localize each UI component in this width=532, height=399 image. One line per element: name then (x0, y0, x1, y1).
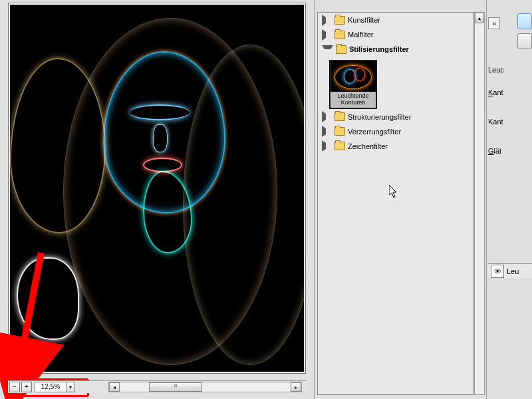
chevron-left-icon: ◂ (113, 384, 116, 390)
scroll-thumb[interactable] (149, 382, 202, 392)
param-edge-brightness-label: Kant (488, 113, 532, 130)
filter-thumbnails: Leuchtende Konturen (318, 57, 473, 110)
filter-name-label: Leuc (488, 61, 532, 78)
scroll-left-button[interactable]: ◂ (109, 382, 120, 392)
zoom-in-button[interactable]: + (21, 382, 32, 392)
category-label: Malfilter (348, 31, 374, 39)
param-edge-width-label: Kant (488, 84, 532, 101)
chevron-up-icon: ▴ (478, 15, 481, 21)
eye-icon: 👁 (494, 267, 501, 275)
scroll-up-button[interactable]: ▴ (475, 13, 484, 23)
chevron-down-icon: ▾ (69, 384, 72, 390)
category-label: Zeichenfilter (348, 142, 388, 150)
zoom-value[interactable]: 12,5% (35, 382, 66, 392)
disclosure-closed-icon (322, 126, 332, 137)
category-verzerrungsfilter[interactable]: Verzerrungsfilter (318, 124, 473, 139)
filter-thumb-label: Leuchtende Konturen (331, 92, 376, 108)
category-zeichenfilter[interactable]: Zeichenfilter (318, 139, 473, 154)
preview-frame (8, 3, 306, 374)
category-stilisierungsfilter[interactable]: Stilisierungsfilter (318, 42, 473, 57)
scroll-right-button[interactable]: ▸ (291, 382, 301, 392)
filter-tree: Kunstfilter Malfilter Stilisierungsfilte… (317, 12, 474, 395)
effect-layer-row[interactable]: 👁 Leu (488, 264, 532, 279)
zoom-out-button[interactable]: − (9, 382, 20, 392)
action-buttons (488, 13, 532, 49)
disclosure-closed-icon (322, 111, 332, 122)
filter-params: Leuc Kant Kant Glät (488, 61, 532, 160)
ok-button[interactable] (517, 13, 532, 29)
category-strukturierungsfilter[interactable]: Strukturierungsfilter (318, 110, 473, 124)
preview-panel: − + 12,5% ▾ ◂ ▸ (0, 0, 315, 399)
preview-canvas[interactable] (10, 5, 304, 372)
category-malfilter[interactable]: Malfilter (318, 27, 473, 42)
settings-panel: » Leuc Kant Kant Glät 👁 Leu (487, 0, 532, 399)
category-label: Strukturierungsfilter (348, 113, 411, 121)
zoom-dropdown-button[interactable]: ▾ (66, 382, 75, 392)
filter-tree-panel: Kunstfilter Malfilter Stilisierungsfilte… (315, 0, 487, 399)
zoom-bar: − + 12,5% ▾ ◂ ▸ (8, 380, 306, 393)
filter-gallery-window: − + 12,5% ▾ ◂ ▸ Kunstfilter Malfilter (0, 0, 532, 399)
svg-line-0 (17, 253, 41, 376)
effect-layer-label: Leu (507, 267, 519, 275)
disclosure-closed-icon (322, 140, 332, 152)
cancel-button[interactable] (517, 33, 532, 49)
preview-h-scrollbar[interactable]: ◂ ▸ (108, 382, 302, 392)
category-label: Stilisierungsfilter (349, 45, 409, 53)
folder-icon (334, 16, 345, 25)
folder-icon (334, 142, 345, 150)
category-label: Kunstfilter (348, 16, 380, 24)
param-smoothness-label: Glät (488, 142, 532, 160)
folder-icon (336, 45, 346, 54)
disclosure-closed-icon (322, 15, 332, 26)
disclosure-open-icon (322, 45, 333, 55)
folder-icon (334, 127, 345, 136)
plus-icon: + (25, 384, 29, 390)
category-kunstfilter[interactable]: Kunstfilter (318, 13, 473, 27)
filter-thumb-leuchtende-konturen[interactable]: Leuchtende Konturen (330, 61, 376, 108)
minus-icon: − (13, 384, 17, 390)
tree-v-scrollbar[interactable]: ▴ (474, 12, 485, 395)
chevron-right-icon: ▸ (295, 384, 297, 390)
folder-icon (334, 112, 345, 121)
category-label: Verzerrungsfilter (348, 128, 401, 136)
effect-layers: 👁 Leu (488, 263, 532, 279)
folder-icon (334, 31, 345, 39)
visibility-toggle[interactable]: 👁 (491, 265, 504, 278)
disclosure-closed-icon (322, 29, 332, 41)
